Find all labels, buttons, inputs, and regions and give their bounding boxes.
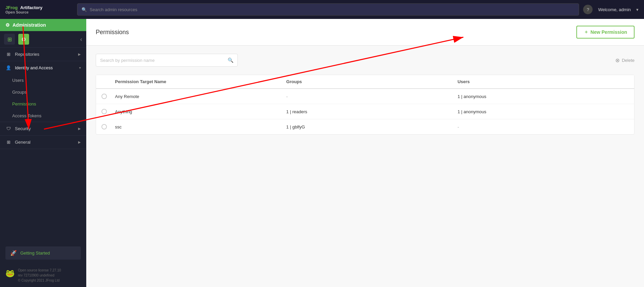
permission-search-icon[interactable]: 🔍 — [228, 57, 233, 63]
repositories-chevron: ▶ — [78, 52, 81, 56]
sidebar-item-identity-access[interactable]: 👤 Identity and Access ▾ — [0, 61, 86, 74]
row-users: - — [458, 124, 629, 129]
sidebar-item-repositories[interactable]: ⊞ Repositories ▶ — [0, 48, 86, 61]
new-permission-button[interactable]: ＋ New Permission — [576, 26, 635, 39]
sidebar-item-permissions[interactable]: Permissions — [0, 98, 86, 110]
global-search-box[interactable]: 🔍 — [77, 3, 579, 16]
users-label: Users — [12, 78, 24, 83]
home-icon-btn[interactable]: ⊞ — [4, 34, 15, 45]
access-tokens-label: Access Tokens — [12, 113, 41, 118]
col-select-header — [101, 79, 115, 84]
permissions-table: Permission Target Name Groups Users Any … — [96, 75, 635, 135]
content-area: Permissions ＋ New Permission 🔍 ⊗ Delete — [86, 19, 644, 287]
security-icon: 🛡 — [5, 126, 12, 131]
content-header: Permissions ＋ New Permission — [86, 19, 644, 46]
welcome-menu[interactable]: Welcome, admin — [598, 7, 631, 12]
admin-header-label: Administration — [13, 22, 46, 28]
sidebar-item-groups[interactable]: Groups — [0, 86, 86, 98]
identity-chevron: ▾ — [79, 66, 81, 70]
row-checkbox[interactable] — [101, 109, 107, 114]
col-groups-header: Groups — [286, 79, 457, 84]
row-groups: - — [286, 94, 457, 99]
product-subtitle: Open Source — [5, 10, 73, 14]
plus-icon: ＋ — [584, 29, 589, 35]
sidebar: ⚙ Administration ⊞ ⚙ ‹ ⊞ Repositories ▶ … — [0, 19, 86, 287]
identity-icon: 👤 — [5, 65, 12, 70]
topbar-right: ? Welcome, admin ▾ — [583, 5, 639, 14]
table-row[interactable]: Any Remote - 1 | anonymous — [96, 89, 634, 104]
row-name: Anything — [115, 109, 286, 114]
permission-search-input[interactable] — [100, 58, 225, 63]
row-checkbox[interactable] — [101, 124, 107, 129]
sidebar-admin-header: ⚙ Administration — [0, 19, 86, 31]
sidebar-item-users[interactable]: Users — [0, 74, 86, 86]
admin-icon-btn[interactable]: ⚙ — [18, 34, 29, 45]
sidebar-collapse-btn[interactable]: ‹ — [80, 36, 82, 43]
getting-started-container: 🚀 Getting Started — [0, 242, 86, 264]
topbar: JFrog Artifactory Open Source 🔍 ? Welcom… — [0, 0, 644, 19]
general-chevron: ▶ — [78, 140, 81, 144]
row-checkbox[interactable] — [101, 94, 107, 99]
table-header: Permission Target Name Groups Users — [96, 75, 634, 89]
table-row[interactable]: Anything 1 | readers 1 | anonymous — [96, 104, 634, 119]
permissions-label: Permissions — [12, 101, 36, 106]
new-permission-label: New Permission — [591, 29, 627, 35]
row-users: 1 | anonymous — [458, 94, 629, 99]
delete-button[interactable]: ⊗ Delete — [615, 57, 635, 64]
jfrog-footer-logo: 🐸 — [5, 268, 15, 279]
gear-icon: ⚙ — [5, 22, 10, 28]
sidebar-item-security[interactable]: 🛡 Security ▶ — [0, 122, 86, 135]
repositories-label: Repositories — [15, 52, 39, 57]
sidebar-section-identity: 👤 Identity and Access ▾ Users Groups Per… — [0, 61, 86, 122]
main-layout: ⚙ Administration ⊞ ⚙ ‹ ⊞ Repositories ▶ … — [0, 19, 644, 287]
brand-name: JFrog Artifactory — [5, 5, 73, 10]
content-body: 🔍 ⊗ Delete Permission Target Name Groups… — [86, 46, 644, 287]
permission-search-box[interactable]: 🔍 — [96, 54, 238, 67]
sidebar-item-access-tokens[interactable]: Access Tokens — [0, 110, 86, 122]
col-name-header: Permission Target Name — [115, 79, 286, 84]
identity-label: Identity and Access — [15, 65, 53, 70]
license-info: 🐸 Open source license 7.27.10 rev 727109… — [0, 264, 86, 287]
sidebar-item-general[interactable]: ⊞ General ▶ — [0, 136, 86, 149]
row-name: Any Remote — [115, 94, 286, 99]
getting-started-btn[interactable]: 🚀 Getting Started — [5, 246, 81, 260]
delete-circle-icon: ⊗ — [615, 57, 620, 64]
getting-started-label: Getting Started — [20, 250, 50, 256]
page-title: Permissions — [96, 29, 129, 36]
security-label: Security — [15, 126, 31, 131]
row-groups: 1 | gblfyG — [286, 124, 457, 129]
repositories-icon: ⊞ — [5, 52, 12, 57]
delete-label: Delete — [622, 58, 635, 63]
security-chevron: ▶ — [78, 127, 81, 130]
groups-label: Groups — [12, 90, 27, 95]
sidebar-section-general: ⊞ General ▶ — [0, 136, 86, 149]
sidebar-section-repositories: ⊞ Repositories ▶ — [0, 48, 86, 61]
user-dropdown-icon[interactable]: ▾ — [636, 7, 639, 12]
license-line2: rev 72710900 undefined — [18, 273, 61, 278]
table-row[interactable]: ssc 1 | gblfyG - — [96, 119, 634, 134]
sidebar-section-security: 🛡 Security ▶ — [0, 122, 86, 136]
row-groups: 1 | readers — [286, 109, 457, 114]
filter-row: 🔍 ⊗ Delete — [96, 54, 635, 67]
row-name: ssc — [115, 124, 286, 129]
search-icon: 🔍 — [82, 7, 87, 12]
row-users: 1 | anonymous — [458, 109, 629, 114]
license-line1: Open source license 7.27.10 — [18, 268, 61, 273]
general-label: General — [15, 140, 30, 145]
license-line3: © Copyright 2021 JFrog Ltd — [18, 278, 61, 283]
app-logo: JFrog Artifactory Open Source — [5, 5, 73, 14]
help-button[interactable]: ? — [583, 5, 593, 14]
rocket-icon: 🚀 — [10, 250, 17, 256]
col-users-header: Users — [458, 79, 629, 84]
global-search-input[interactable] — [90, 7, 575, 12]
general-icon: ⊞ — [5, 140, 12, 145]
